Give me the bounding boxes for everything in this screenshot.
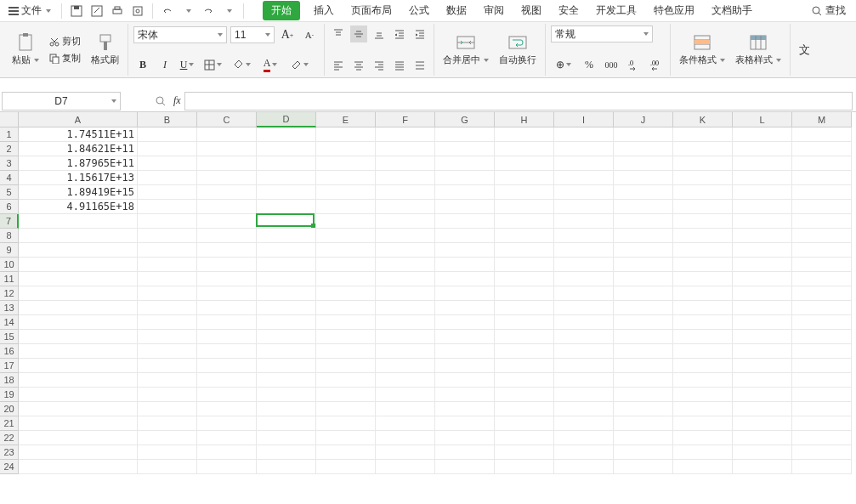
- redo-button[interactable]: [199, 2, 218, 20]
- cell-K22[interactable]: [673, 431, 733, 445]
- cell-L13[interactable]: [733, 301, 792, 315]
- cell-G5[interactable]: [435, 185, 495, 200]
- cell-J7[interactable]: [614, 214, 673, 229]
- cell-K10[interactable]: [673, 258, 733, 272]
- cell-D6[interactable]: [257, 200, 316, 214]
- row-header-22[interactable]: 22: [0, 431, 19, 445]
- cell-G9[interactable]: [435, 243, 495, 258]
- cell-B13[interactable]: [138, 301, 197, 315]
- cell-G21[interactable]: [435, 416, 495, 431]
- cell-H23[interactable]: [495, 445, 554, 460]
- cell-H19[interactable]: [495, 388, 554, 402]
- align-center-button[interactable]: [350, 57, 367, 74]
- row-header-19[interactable]: 19: [0, 388, 19, 402]
- cell-A9[interactable]: [19, 243, 138, 258]
- cell-C20[interactable]: [197, 402, 257, 416]
- column-header-L[interactable]: L: [733, 112, 792, 127]
- cell-G6[interactable]: [435, 200, 495, 214]
- cell-G18[interactable]: [435, 373, 495, 388]
- cell-F22[interactable]: [376, 431, 435, 445]
- cell-I17[interactable]: [554, 359, 614, 373]
- cell-A7[interactable]: [19, 214, 138, 229]
- cell-F14[interactable]: [376, 315, 435, 330]
- cell-I10[interactable]: [554, 258, 614, 272]
- cell-E15[interactable]: [316, 330, 376, 344]
- cell-E14[interactable]: [316, 315, 376, 330]
- cell-E13[interactable]: [316, 301, 376, 315]
- cell-F21[interactable]: [376, 416, 435, 431]
- decrease-decimal-button[interactable]: .0: [624, 55, 643, 74]
- cell-J18[interactable]: [614, 373, 673, 388]
- row-header-12[interactable]: 12: [0, 286, 19, 301]
- cell-I2[interactable]: [554, 142, 614, 156]
- cell-M10[interactable]: [792, 258, 852, 272]
- cell-E20[interactable]: [316, 402, 376, 416]
- cell-G13[interactable]: [435, 301, 495, 315]
- cell-A12[interactable]: [19, 286, 138, 301]
- cell-B1[interactable]: [138, 127, 197, 142]
- cell-G7[interactable]: [435, 214, 495, 229]
- merge-center-button[interactable]: 合并居中: [439, 31, 492, 68]
- row-header-9[interactable]: 9: [0, 243, 19, 258]
- cut-button[interactable]: 剪切: [46, 33, 84, 49]
- cell-D10[interactable]: [257, 258, 316, 272]
- decrease-font-button[interactable]: A-: [300, 25, 319, 44]
- cell-G1[interactable]: [435, 127, 495, 142]
- cell-A22[interactable]: [19, 431, 138, 445]
- cell-H9[interactable]: [495, 243, 554, 258]
- tab-2[interactable]: 页面布局: [348, 1, 395, 20]
- cell-C21[interactable]: [197, 416, 257, 431]
- cell-E16[interactable]: [316, 344, 376, 359]
- cell-J9[interactable]: [614, 243, 673, 258]
- cell-L22[interactable]: [733, 431, 792, 445]
- cell-A21[interactable]: [19, 416, 138, 431]
- cell-H15[interactable]: [495, 330, 554, 344]
- cell-L11[interactable]: [733, 272, 792, 286]
- tab-10[interactable]: 文档助手: [708, 1, 756, 20]
- cell-F2[interactable]: [376, 142, 435, 156]
- cell-L14[interactable]: [733, 315, 792, 330]
- cell-A17[interactable]: [19, 359, 138, 373]
- tab-8[interactable]: 开发工具: [592, 1, 640, 20]
- cell-H17[interactable]: [495, 359, 554, 373]
- cell-L16[interactable]: [733, 344, 792, 359]
- cell-A16[interactable]: [19, 344, 138, 359]
- cell-B23[interactable]: [138, 445, 197, 460]
- print-preview-button[interactable]: [128, 2, 147, 20]
- cell-J6[interactable]: [614, 200, 673, 214]
- cell-J8[interactable]: [614, 229, 673, 243]
- row-header-16[interactable]: 16: [0, 344, 19, 359]
- cell-H5[interactable]: [495, 185, 554, 200]
- cell-E2[interactable]: [316, 142, 376, 156]
- cell-L2[interactable]: [733, 142, 792, 156]
- clear-format-button[interactable]: [286, 55, 312, 74]
- cell-K1[interactable]: [673, 127, 733, 142]
- cell-J12[interactable]: [614, 286, 673, 301]
- cell-D17[interactable]: [257, 359, 316, 373]
- cell-E22[interactable]: [316, 431, 376, 445]
- cell-F19[interactable]: [376, 388, 435, 402]
- row-header-23[interactable]: 23: [0, 445, 19, 460]
- cell-M4[interactable]: [792, 171, 852, 185]
- cell-M2[interactable]: [792, 142, 852, 156]
- cell-J2[interactable]: [614, 142, 673, 156]
- select-all-corner[interactable]: [0, 112, 19, 127]
- cell-E1[interactable]: [316, 127, 376, 142]
- cell-M1[interactable]: [792, 127, 852, 142]
- cell-M15[interactable]: [792, 330, 852, 344]
- cell-A4[interactable]: 1.15617E+13: [19, 171, 138, 185]
- cell-E12[interactable]: [316, 286, 376, 301]
- text-tool-button[interactable]: 文: [796, 25, 813, 74]
- cell-K16[interactable]: [673, 344, 733, 359]
- cell-F13[interactable]: [376, 301, 435, 315]
- cell-M14[interactable]: [792, 315, 852, 330]
- cell-K3[interactable]: [673, 156, 733, 171]
- cell-E7[interactable]: [316, 214, 376, 229]
- cell-A18[interactable]: [19, 373, 138, 388]
- cell-I18[interactable]: [554, 373, 614, 388]
- cell-C15[interactable]: [197, 330, 257, 344]
- cell-F8[interactable]: [376, 229, 435, 243]
- cell-D24[interactable]: [257, 460, 316, 474]
- undo-dropdown[interactable]: [179, 2, 197, 20]
- cell-F4[interactable]: [376, 171, 435, 185]
